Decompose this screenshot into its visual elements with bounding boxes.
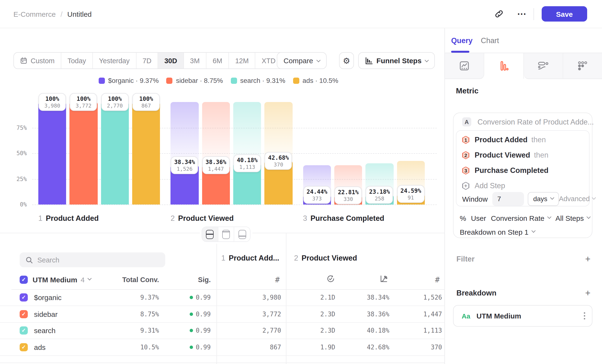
breakdown-item[interactable]: Aa UTM Medium [453,305,592,327]
legend-item-1[interactable]: $organic · 9.37% [98,77,159,84]
measure-conversion-select[interactable]: Conversion Rate [491,214,550,222]
significance-dot [189,296,193,299]
share-link-icon[interactable] [491,6,507,22]
count-icon[interactable]: # [435,275,440,284]
bar-count-label: 3,980 [39,103,65,109]
table-step2-header[interactable]: 2Product Viewed [294,254,357,262]
metric-summary[interactable]: A Conversion Rate of Product Adde... [462,117,594,127]
chart-settings-button[interactable]: ⚙ [339,52,354,69]
step-number: 1 [38,214,42,222]
funnel-bar-ads-step2[interactable]: 42.68%370 [265,102,293,204]
kebab-menu-icon[interactable] [584,312,585,320]
time-to-convert-icon[interactable] [327,275,335,285]
range-6m[interactable]: 6M [206,53,228,68]
funnel-bar-sidebar-step2[interactable]: 38.36%1,447 [202,102,230,204]
funnel-bar-sidebar-step3[interactable]: 22.81%330 [334,102,362,204]
flows-tab[interactable] [524,53,563,79]
report-title[interactable]: Untitled [67,10,92,18]
funnel-bar-sidebar-step1[interactable]: 100%3,772 [70,102,98,204]
table-row-ads[interactable]: ✓ads10.5%0.998671.9D42.68%370 [0,339,444,356]
row-checkbox[interactable]: ✓ [20,293,28,301]
search-input[interactable] [37,256,165,264]
significance-dot [189,346,193,349]
filter-heading: Filter [456,255,475,263]
advanced-toggle[interactable]: Advanced [559,195,596,203]
funnel-bar-search-step1[interactable]: 100%2,770 [101,102,129,204]
total-conv-column-header[interactable]: Total Conv. [122,276,159,284]
range-12m[interactable]: 12M [228,53,255,68]
more-menu-icon[interactable]: ••• [518,11,527,17]
retention-tab[interactable] [563,53,602,79]
breakdown-on-step-select[interactable]: Breakdown on Step 1 [460,227,535,236]
table-row-sidebar[interactable]: ✓sidebar8.75%0.993,7722.3D38.36%1,447 [0,306,444,323]
range-today[interactable]: Today [61,53,92,68]
measure-steps-select[interactable]: All Steps [556,214,590,222]
legend-item-2[interactable]: sidebar · 8.75% [166,77,223,84]
compare-button[interactable]: Compare [277,52,326,69]
table-step1-header[interactable]: 1Product Add... [221,254,279,262]
sig-column-header[interactable]: Sig. [198,276,211,284]
measure-pct[interactable]: % [460,214,466,222]
window-unit-select[interactable]: days [528,192,559,206]
layout-table-button[interactable] [234,227,250,241]
row-step2-count: 1,113 [423,327,442,334]
step-event-name: Product Added [475,136,527,144]
funnel-bar-search-step2[interactable]: 40.18%1,113 [233,102,261,204]
breakdown-column-header[interactable]: UTM Medium 4 [32,276,91,284]
query-step-1[interactable]: 1Product Addedthen [462,133,584,147]
funnel-bar-search-step3[interactable]: 23.18%258 [366,102,394,204]
range-7d[interactable]: 7D [136,53,158,68]
tab-query[interactable]: Query [451,36,473,45]
legend-item-3[interactable]: search · 9.31% [231,77,285,84]
bar-value-label: 38.36%1,447 [202,156,230,174]
range-yesterday[interactable]: Yesterday [92,53,136,68]
row-checkbox[interactable]: ✓ [20,310,28,318]
row-step1-count: 3,772 [262,310,281,318]
conversion-rate-icon[interactable] [380,275,388,285]
step-hexagon-badge: 2 [462,151,469,159]
table-row-search[interactable]: ✓search9.31%0.992,7702.3D40.18%1,113 [0,322,444,339]
funnel-bar-$organic-step3[interactable]: 24.44%373 [303,102,331,204]
funnel-bar-ads-step1[interactable]: 100%867 [132,102,160,204]
step-hexagon-badge: 3 [462,166,469,175]
row-checkbox[interactable]: ✓ [20,343,28,352]
converted-bar [70,102,98,204]
range-30d[interactable]: 30D [158,53,183,68]
table-row-$organic[interactable]: ✓$organic9.37%0.993,9802.1D38.34%1,526 [0,289,444,306]
window-value-input[interactable] [493,192,524,206]
save-button[interactable]: Save [542,6,587,21]
layout-split-button[interactable] [202,227,218,241]
metric-badge: A [462,117,471,127]
add-filter-button[interactable]: + [585,254,591,263]
legend-label: search · 9.31% [240,77,285,84]
measure-user[interactable]: User [471,214,486,222]
add-breakdown-button[interactable]: + [585,288,591,297]
chevron-down-icon [316,58,320,62]
count-icon[interactable]: # [275,275,280,284]
add-step-button[interactable]: + Add Step [462,179,584,193]
chevron-down-icon [87,276,91,280]
table-header-row: ✓ UTM Medium 4 Total Conv. Sig. # [0,273,444,287]
layout-toggle [202,226,250,242]
breadcrumb-project[interactable]: E-Commerce [13,10,56,18]
funnel-bar-$organic-step1[interactable]: 100%3,980 [38,102,66,204]
funnel-step-labels: 1Product Added2Product Viewed3Purchase C… [38,214,425,224]
table-search [20,252,165,267]
funnel-bar-ads-step3[interactable]: 24.59%91 [397,102,425,204]
range-custom[interactable]: Custom [14,53,61,68]
tab-chart[interactable]: Chart [481,36,499,45]
funnels-tab[interactable] [484,53,524,79]
query-step-3[interactable]: 3Purchase Completed [462,163,584,178]
layout-chart-button[interactable] [218,227,234,241]
funnel-bar-$organic-step2[interactable]: 38.34%1,526 [171,102,199,204]
select-all-checkbox[interactable]: ✓ [20,276,28,284]
gear-icon: ⚙ [343,56,350,65]
chart-type-button[interactable]: Funnel Steps [358,52,435,69]
range-3m[interactable]: 3M [183,53,206,68]
metric-card: A Conversion Rate of Product Adde... 1Pr… [453,113,592,238]
legend-item-4[interactable]: ads · 10.5% [293,77,338,84]
row-checkbox[interactable]: ✓ [20,327,28,335]
bar-count-label: 1,526 [172,166,198,172]
insights-tab[interactable] [445,53,484,79]
query-step-2[interactable]: 2Product Viewedthen [462,148,584,162]
